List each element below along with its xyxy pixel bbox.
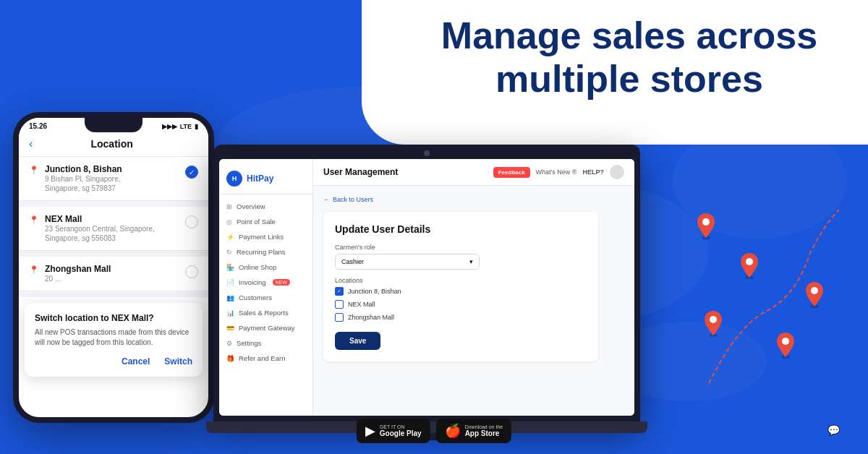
pos-icon: ◎ <box>226 218 232 226</box>
location-pin-icon-2: 📍 <box>29 215 39 225</box>
signal-icon: ▶▶▶ <box>162 123 177 130</box>
sidebar-item-customers[interactable]: 👥 Customers <box>219 290 312 305</box>
help-button[interactable]: HELP? <box>582 168 604 176</box>
phone-mockup: 15.26 ▶▶▶ LTE ▮ ‹ Location 📍 Junction 8,… <box>13 112 223 423</box>
location-checkbox-1[interactable]: ✓ Junction 8, Bishan <box>335 287 587 296</box>
map-pin-1 <box>696 213 716 242</box>
save-button[interactable]: Save <box>335 332 380 350</box>
settings-icon: ⚙ <box>226 340 232 347</box>
sidebar-item-sales-reports[interactable]: 📊 Sales & Reports <box>219 305 312 320</box>
location-item-1[interactable]: 📍 Junction 8, Bishan 9 Bishan Pl, Singap… <box>19 157 208 201</box>
customers-icon: 👥 <box>226 294 234 301</box>
whats-new-link[interactable]: What's New ® <box>536 168 577 176</box>
sidebar-invoicing-label: Invoicing <box>239 278 266 286</box>
location-check-2 <box>185 215 198 228</box>
user-avatar[interactable] <box>610 165 624 179</box>
sidebar-item-recurring[interactable]: ↻ Recurring Plans <box>219 244 312 260</box>
back-arrow-icon: ← <box>323 196 330 203</box>
refer-icon: 🎁 <box>226 355 234 362</box>
locations-label: Locations <box>335 277 587 284</box>
map-pin-3 <box>804 282 825 311</box>
location-info-1: Junction 8, Bishan 9 Bishan Pl, Singapor… <box>45 164 179 193</box>
back-to-users-link[interactable]: ← Back to Users <box>323 196 624 203</box>
google-play-badge[interactable]: ▶ GET IT ON Google Play <box>357 419 430 443</box>
sidebar-settings-label: Settings <box>237 339 261 347</box>
form-title: Update User Details <box>335 223 587 235</box>
apple-icon: 🍎 <box>445 423 461 439</box>
map-pin-4 <box>775 333 796 361</box>
dialog-cancel-button[interactable]: Cancel <box>122 356 150 367</box>
sidebar-customers-label: Customers <box>239 294 272 301</box>
lte-label: LTE <box>180 123 192 130</box>
headline-text: Manage sales across multiple stores <box>420 14 839 101</box>
feedback-button[interactable]: Feedback <box>493 167 530 178</box>
top-bar: User Management Feedback What's New ® HE… <box>313 159 634 186</box>
app-store-badges: ▶ GET IT ON Google Play 🍎 Download on th… <box>357 419 511 443</box>
location-name-1: Junction 8, Bishan <box>45 164 179 174</box>
sidebar-pos-label: Point of Sale <box>237 218 276 226</box>
dashboard-sidebar: H HitPay ⊞ Overview ◎ Point of Sale ⚡ Pa… <box>219 159 313 416</box>
svg-point-8 <box>702 218 710 226</box>
sidebar-item-online-shop[interactable]: 🏪 Online Shop <box>219 260 312 275</box>
location-checkbox-3[interactable]: Zhongshan Mall <box>335 313 587 322</box>
phone-time: 15.26 <box>29 122 47 130</box>
sidebar-refer-label: Refer and Earn <box>239 354 285 362</box>
chat-button[interactable]: 💬 <box>820 417 846 443</box>
role-select[interactable]: Cashier ▾ <box>335 254 480 270</box>
checkbox-3-empty <box>335 313 344 322</box>
locations-form-group: Locations ✓ Junction 8, Bishan NEX Mall <box>335 277 587 322</box>
phone-back-button[interactable]: ‹ <box>29 137 33 150</box>
invoicing-icon: 📄 <box>226 279 234 286</box>
form-card: Update User Details Carmen's role Cashie… <box>323 212 598 361</box>
page-content: ← Back to Users Update User Details Carm… <box>313 186 634 372</box>
headline-section: Manage sales across multiple stores <box>420 14 839 101</box>
sidebar-online-shop-label: Online Shop <box>239 263 276 271</box>
invoicing-new-badge: NEW <box>273 279 290 286</box>
sidebar-item-overview[interactable]: ⊞ Overview <box>219 199 312 214</box>
location-checkbox-label-3: Zhongshan Mall <box>348 314 394 321</box>
sidebar-overview-label: Overview <box>237 202 265 210</box>
location-name-2: NEX Mall <box>45 214 179 224</box>
checkbox-1-checked: ✓ <box>335 287 344 296</box>
location-checkbox-2[interactable]: NEX Mall <box>335 300 587 309</box>
dialog-buttons: Cancel Switch <box>35 356 192 367</box>
google-play-icon: ▶ <box>365 423 375 439</box>
battery-icon: ▮ <box>195 123 198 130</box>
phone-notch <box>85 118 142 132</box>
location-checkbox-label-2: NEX Mall <box>348 301 375 308</box>
location-item-3[interactable]: 📍 Zhongshan Mall 20 ... <box>19 257 208 291</box>
switch-location-dialog: Switch location to NEX Mall? All new POS… <box>25 303 203 377</box>
map-pin-5 <box>703 311 723 340</box>
role-form-group: Carmen's role Cashier ▾ <box>335 244 587 270</box>
role-label: Carmen's role <box>335 244 587 251</box>
laptop-screen-inner: H HitPay ⊞ Overview ◎ Point of Sale ⚡ Pa… <box>219 159 634 416</box>
sidebar-item-payment-gateway[interactable]: 💳 Payment Gateway <box>219 320 312 335</box>
location-addr-3: 20 ... <box>45 274 179 283</box>
svg-point-12 <box>811 287 818 294</box>
app-store-badge[interactable]: 🍎 Download on the App Store <box>436 419 512 443</box>
dialog-switch-button[interactable]: Switch <box>164 356 192 367</box>
map-pin-2 <box>739 253 760 282</box>
phone-screen-title: Location <box>40 138 184 150</box>
checkbox-2-empty <box>335 300 344 309</box>
location-check-1: ✓ <box>185 166 198 179</box>
sidebar-item-pos[interactable]: ◎ Point of Sale <box>219 214 312 229</box>
sidebar-item-payment-links[interactable]: ⚡ Payment Links <box>219 229 312 244</box>
select-chevron-icon: ▾ <box>469 258 473 265</box>
location-addr-2: 23 Serangoon Central, Singapore,Singapor… <box>45 224 179 243</box>
location-info-3: Zhongshan Mall 20 ... <box>45 264 179 283</box>
topbar-right: Feedback What's New ® HELP? <box>493 165 624 179</box>
sales-icon: 📊 <box>226 309 234 317</box>
svg-point-14 <box>782 338 789 345</box>
sidebar-sales-label: Sales & Reports <box>239 309 289 317</box>
recurring-icon: ↻ <box>226 249 232 256</box>
main-content: User Management Feedback What's New ® HE… <box>313 159 634 416</box>
location-item-2[interactable]: 📍 NEX Mall 23 Serangoon Central, Singapo… <box>19 207 208 251</box>
location-checkbox-label-1: Junction 8, Bishan <box>348 288 401 295</box>
sidebar-item-invoicing[interactable]: 📄 Invoicing NEW <box>219 275 312 290</box>
sidebar-item-settings[interactable]: ⚙ Settings <box>219 335 312 351</box>
location-info-2: NEX Mall 23 Serangoon Central, Singapore… <box>45 214 179 243</box>
overview-icon: ⊞ <box>226 203 232 210</box>
role-value: Cashier <box>341 258 364 265</box>
sidebar-item-refer[interactable]: 🎁 Refer and Earn <box>219 351 312 366</box>
